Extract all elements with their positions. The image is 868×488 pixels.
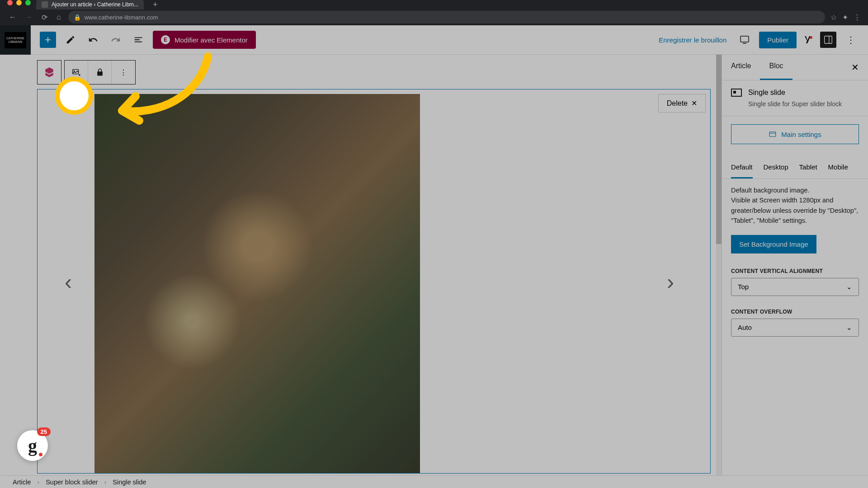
block-icon [731,89,742,97]
valign-select[interactable]: Top ⌄ [731,278,859,296]
forward-icon[interactable]: → [24,11,34,23]
responsive-tab-default[interactable]: Default [731,157,753,178]
svg-rect-6 [770,132,776,137]
overflow-select[interactable]: Auto ⌄ [731,319,859,337]
breadcrumb-item[interactable]: Single slide [113,479,146,486]
guidde-badge: 25 [37,427,51,436]
new-tab-button[interactable]: + [153,0,158,9]
svg-rect-2 [825,36,832,44]
publish-button[interactable]: Publier [759,32,797,48]
edit-mode-icon[interactable] [62,32,79,48]
breadcrumb: Article › Super block slider › Single sl… [0,475,868,488]
settings-panel-toggle[interactable] [820,32,836,48]
lock-icon[interactable] [88,61,112,84]
tab-article[interactable]: Article [722,55,760,80]
slider-prev-icon[interactable]: ‹ [56,260,81,303]
block-type-icon[interactable] [38,61,61,84]
chevron-right-icon: › [104,479,106,486]
responsive-description: Default background image. Visible at Scr… [722,179,868,232]
browser-tab[interactable]: Ajouter un article ‹ Catherine Libm... [36,0,144,9]
address-bar[interactable]: 🔒 www.catherine-libmann.com [68,11,825,23]
home-icon[interactable]: ⌂ [55,11,63,23]
close-icon: ✕ [691,99,697,108]
set-background-image-button[interactable]: Set Background Image [731,235,816,253]
tab-bloc[interactable]: Bloc [760,55,792,80]
block-more-icon[interactable]: ⋮ [112,61,135,84]
responsive-tab-tablet[interactable]: Tablet [799,157,817,178]
add-block-button[interactable]: + [40,32,56,48]
elementor-label: Modifier avec Elementor [175,36,248,44]
editor-top-toolbar: + E Modifier avec Elementor Enregistrer … [31,25,868,55]
guidde-logo: g [28,435,37,456]
elementor-icon: E [161,35,170,44]
delete-slide-button[interactable]: Delete ✕ [658,94,706,113]
chevron-right-icon: › [37,479,39,486]
favicon [42,1,48,8]
reload-icon[interactable]: ⟳ [40,11,49,23]
macos-close[interactable] [7,0,13,5]
url-text: www.catherine-libmann.com [85,14,158,21]
valign-label: CONTENT VERTICAL ALIGNMENT [722,263,868,278]
slide-image[interactable] [94,94,420,473]
replace-image-icon[interactable] [65,61,88,84]
overflow-label: CONTENT OVERFLOW [722,303,868,319]
editor-canvas[interactable]: ⋮ Delete ✕ ‹ › [31,55,722,475]
block-description: Single slide for Super slider block [748,100,859,108]
svg-point-4 [74,70,75,72]
preview-button[interactable] [736,32,753,48]
edit-with-elementor-button[interactable]: E Modifier avec Elementor [153,31,256,49]
slider-block[interactable]: Delete ✕ ‹ › [37,89,711,474]
save-draft-button[interactable]: Enregistrer le brouillon [655,33,730,47]
block-toolbar: ⋮ [37,60,136,84]
wp-admin-bar[interactable]: CATHERINE LIBMANN [0,25,31,55]
yoast-icon[interactable] [803,34,814,45]
redo-icon[interactable] [108,32,124,48]
breadcrumb-item[interactable]: Article [13,479,31,486]
undo-icon[interactable] [85,32,101,48]
tab-title: Ajouter un article ‹ Catherine Libm... [52,1,138,8]
guidde-indicator-dot [39,453,42,456]
document-outline-icon[interactable] [130,32,146,48]
canvas-scrollbar[interactable] [716,55,722,475]
delete-label: Delete [667,99,688,108]
back-icon[interactable]: ← [7,11,18,23]
svg-point-1 [810,36,812,39]
svg-rect-5 [97,71,103,75]
breadcrumb-item[interactable]: Super block slider [46,479,98,486]
bookmark-icon[interactable]: ☆ [830,13,837,22]
close-sidebar-icon[interactable]: ✕ [842,55,868,80]
settings-icon [769,130,777,138]
main-settings-label: Main settings [781,131,821,138]
main-settings-button[interactable]: Main settings [731,124,859,144]
settings-sidebar: Article Bloc ✕ Single slide Single slide… [722,55,868,475]
responsive-tab-desktop[interactable]: Desktop [764,157,788,178]
extensions-icon[interactable]: ✦ [842,13,848,22]
overflow-value: Auto [738,324,752,331]
macos-minimize[interactable] [16,0,22,5]
chevron-down-icon: ⌄ [846,283,852,291]
guidde-widget[interactable]: g 25 [17,430,48,461]
chevron-down-icon: ⌄ [846,324,852,332]
valign-value: Top [738,283,749,291]
site-logo: CATHERINE LIBMANN [5,32,26,48]
macos-zoom[interactable] [25,0,31,5]
responsive-tab-mobile[interactable]: Mobile [828,157,848,178]
block-title: Single slide [748,89,785,97]
more-options-icon[interactable]: ⋮ [843,31,859,49]
site-info-icon[interactable]: 🔒 [74,14,81,21]
slider-next-icon[interactable]: › [658,260,683,303]
svg-rect-0 [741,36,749,42]
browser-menu-icon[interactable]: ⋮ [854,13,861,22]
